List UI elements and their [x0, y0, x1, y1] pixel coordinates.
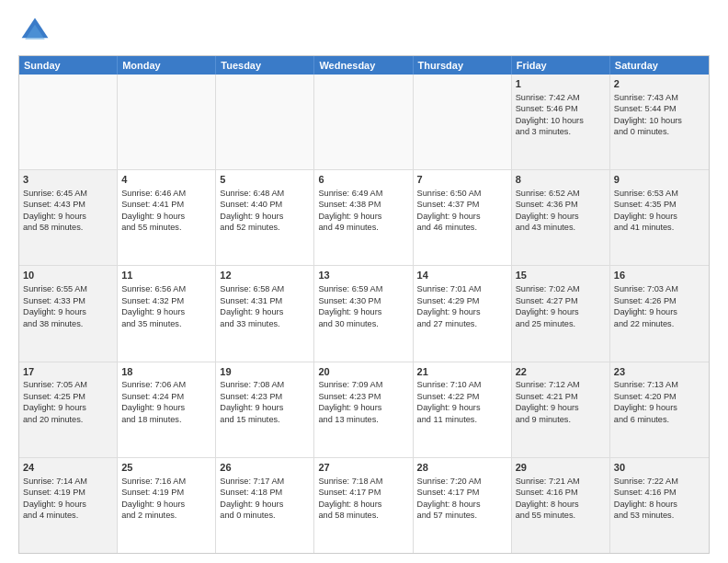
day-info-line: Sunset: 5:44 PM	[614, 103, 705, 114]
header	[18, 15, 710, 48]
day-info-line: and 0 minutes.	[220, 510, 310, 521]
day-info-line: Daylight: 9 hours	[516, 402, 606, 413]
day-cell-23: 23Sunrise: 7:13 AMSunset: 4:20 PMDayligh…	[610, 362, 709, 457]
day-info-line: Daylight: 9 hours	[121, 306, 211, 317]
day-info-line: and 15 minutes.	[220, 414, 310, 425]
day-info-line: Sunrise: 6:53 AM	[614, 188, 705, 199]
day-info-line: Sunrise: 7:12 AM	[516, 379, 606, 390]
day-info-line: Daylight: 9 hours	[23, 499, 113, 510]
day-info-line: Sunrise: 7:08 AM	[220, 379, 310, 390]
day-info-line: Daylight: 9 hours	[516, 306, 606, 317]
day-info-line: and 3 minutes.	[516, 126, 606, 137]
day-number-15: 15	[516, 269, 606, 282]
day-cell-20: 20Sunrise: 7:09 AMSunset: 4:23 PMDayligh…	[314, 362, 413, 457]
empty-cell	[314, 75, 413, 169]
day-cell-28: 28Sunrise: 7:20 AMSunset: 4:17 PMDayligh…	[414, 458, 512, 553]
logo-icon	[18, 15, 51, 48]
day-number-13: 13	[318, 269, 408, 282]
day-info-line: and 11 minutes.	[417, 414, 507, 425]
day-info-line: Sunset: 4:37 PM	[417, 199, 507, 210]
day-info-line: Sunset: 4:21 PM	[516, 391, 606, 402]
day-info-line: and 2 minutes.	[121, 510, 211, 521]
day-info-line: and 52 minutes.	[220, 222, 310, 233]
day-info-line: Sunset: 4:20 PM	[614, 391, 705, 402]
weekday-header-monday: Monday	[118, 56, 216, 75]
day-info-line: Sunrise: 6:52 AM	[516, 188, 606, 199]
day-info-line: Sunrise: 7:05 AM	[23, 379, 113, 390]
day-number-14: 14	[417, 269, 507, 282]
day-info-line: Sunrise: 7:06 AM	[121, 379, 211, 390]
day-number-7: 7	[417, 173, 507, 187]
day-info-line: and 0 minutes.	[614, 126, 705, 137]
day-info-line: Daylight: 8 hours	[614, 499, 705, 510]
weekday-header-tuesday: Tuesday	[216, 56, 314, 75]
day-number-9: 9	[614, 173, 705, 187]
day-info-line: Daylight: 9 hours	[121, 499, 211, 510]
day-info-line: Daylight: 9 hours	[121, 402, 211, 413]
day-info-line: Sunrise: 6:46 AM	[121, 188, 211, 199]
day-cell-14: 14Sunrise: 7:01 AMSunset: 4:29 PMDayligh…	[414, 266, 512, 361]
day-info-line: and 4 minutes.	[23, 510, 113, 521]
day-cell-27: 27Sunrise: 7:18 AMSunset: 4:17 PMDayligh…	[314, 458, 413, 553]
day-info-line: Daylight: 9 hours	[318, 306, 408, 317]
day-info-line: and 30 minutes.	[318, 318, 408, 329]
day-info-line: Sunset: 4:30 PM	[318, 295, 408, 306]
day-cell-18: 18Sunrise: 7:06 AMSunset: 4:24 PMDayligh…	[118, 362, 216, 457]
weekday-header-wednesday: Wednesday	[314, 56, 413, 75]
day-info-line: Sunset: 4:43 PM	[23, 199, 113, 210]
day-info-line: Sunset: 4:33 PM	[23, 295, 113, 306]
day-cell-11: 11Sunrise: 6:56 AMSunset: 4:32 PMDayligh…	[118, 266, 216, 361]
day-cell-6: 6Sunrise: 6:49 AMSunset: 4:38 PMDaylight…	[314, 170, 413, 265]
day-number-12: 12	[220, 269, 310, 282]
day-info-line: Sunset: 4:29 PM	[417, 295, 507, 306]
day-info-line: Daylight: 9 hours	[417, 306, 507, 317]
day-cell-8: 8Sunrise: 6:52 AMSunset: 4:36 PMDaylight…	[512, 170, 610, 265]
day-info-line: Sunrise: 6:59 AM	[318, 283, 408, 294]
empty-cell	[19, 75, 118, 169]
logo	[18, 15, 55, 48]
day-info-line: Sunrise: 6:45 AM	[23, 188, 113, 199]
day-info-line: and 38 minutes.	[23, 318, 113, 329]
day-info-line: and 27 minutes.	[417, 318, 507, 329]
day-cell-16: 16Sunrise: 7:03 AMSunset: 4:26 PMDayligh…	[610, 266, 709, 361]
day-info-line: Daylight: 10 hours	[614, 115, 705, 126]
day-info-line: Sunset: 4:24 PM	[121, 391, 211, 402]
day-info-line: and 58 minutes.	[23, 222, 113, 233]
day-info-line: Daylight: 9 hours	[614, 306, 705, 317]
day-info-line: Sunset: 4:27 PM	[516, 295, 606, 306]
day-info-line: and 22 minutes.	[614, 318, 705, 329]
day-info-line: Sunset: 4:19 PM	[23, 487, 113, 498]
day-info-line: Sunset: 4:25 PM	[23, 391, 113, 402]
day-cell-9: 9Sunrise: 6:53 AMSunset: 4:35 PMDaylight…	[610, 170, 709, 265]
day-info-line: Sunset: 4:36 PM	[516, 199, 606, 210]
day-info-line: Daylight: 9 hours	[121, 211, 211, 222]
day-info-line: Daylight: 9 hours	[516, 211, 606, 222]
day-number-2: 2	[614, 77, 705, 91]
day-number-30: 30	[614, 461, 705, 475]
day-info-line: Daylight: 9 hours	[318, 211, 408, 222]
day-cell-22: 22Sunrise: 7:12 AMSunset: 4:21 PMDayligh…	[512, 362, 610, 457]
day-info-line: Sunrise: 7:14 AM	[23, 476, 113, 487]
day-number-5: 5	[220, 173, 310, 187]
day-info-line: Sunrise: 7:22 AM	[614, 476, 705, 487]
day-info-line: Sunset: 4:32 PM	[121, 295, 211, 306]
day-number-1: 1	[516, 77, 606, 91]
day-info-line: and 43 minutes.	[516, 222, 606, 233]
day-number-20: 20	[318, 365, 408, 379]
day-info-line: Sunset: 4:18 PM	[220, 487, 310, 498]
day-number-11: 11	[121, 269, 211, 282]
day-info-line: Sunrise: 7:02 AM	[516, 283, 606, 294]
day-number-10: 10	[23, 269, 113, 282]
day-info-line: Sunset: 4:23 PM	[220, 391, 310, 402]
day-number-25: 25	[121, 461, 211, 475]
day-cell-19: 19Sunrise: 7:08 AMSunset: 4:23 PMDayligh…	[216, 362, 314, 457]
day-number-21: 21	[417, 365, 507, 379]
calendar-header: SundayMondayTuesdayWednesdayThursdayFrid…	[19, 56, 709, 75]
day-info-line: and 35 minutes.	[121, 318, 211, 329]
day-info-line: Sunrise: 6:58 AM	[220, 283, 310, 294]
day-cell-26: 26Sunrise: 7:17 AMSunset: 4:18 PMDayligh…	[216, 458, 314, 553]
empty-cell	[216, 75, 314, 169]
day-info-line: Sunrise: 6:55 AM	[23, 283, 113, 294]
day-info-line: Sunset: 4:41 PM	[121, 199, 211, 210]
day-cell-13: 13Sunrise: 6:59 AMSunset: 4:30 PMDayligh…	[314, 266, 413, 361]
